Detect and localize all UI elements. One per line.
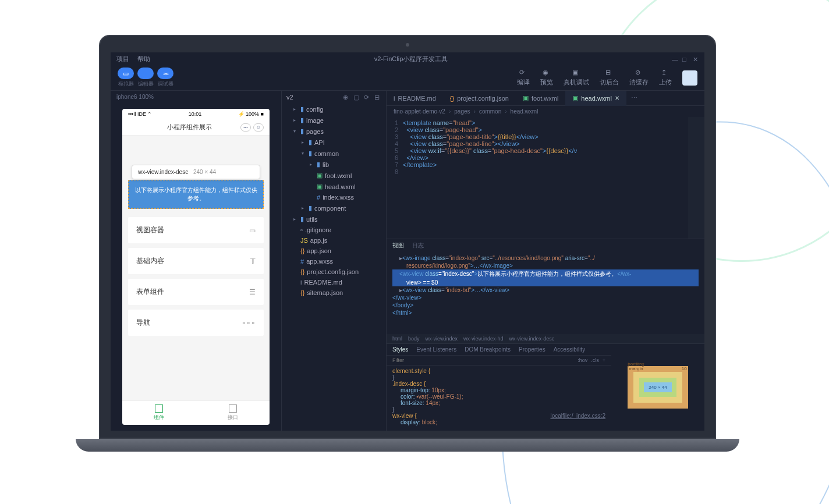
tooltip-element: wx-view.index-desc <box>138 169 188 175</box>
hov-toggle[interactable]: :hov <box>578 357 587 363</box>
tree-node[interactable]: ▾▮common <box>282 148 386 159</box>
minimap[interactable] <box>688 117 704 239</box>
dom-path-item[interactable]: wx-view.index-desc <box>509 336 555 342</box>
phone-content[interactable]: wx-view.index-desc 240 × 44 以下将展示小程序官方组件… <box>122 136 270 400</box>
tree-node[interactable]: ▫.gitignore <box>282 225 386 235</box>
tree-node[interactable]: ▸▮utils <box>282 214 386 225</box>
refresh-icon[interactable]: ⟳ <box>364 94 371 101</box>
maximize-icon[interactable]: □ <box>682 56 688 62</box>
tree-node[interactable]: ▸▮lib <box>282 159 386 170</box>
tree-node[interactable]: ▣head.wxml <box>282 181 386 192</box>
breadcrumb: fino-applet-demo-v2›pages›common›head.wx… <box>387 106 704 117</box>
preview-button[interactable]: ◉预览 <box>540 69 553 87</box>
inspect-tooltip: wx-view.index-desc 240 × 44 <box>132 165 260 179</box>
editor-tab[interactable]: ▣foot.wxml <box>516 91 565 106</box>
toolbar-tab-2[interactable]: ⫘ 调试器 <box>157 68 173 88</box>
user-avatar[interactable] <box>682 70 697 86</box>
dom-node[interactable]: view> == $0 <box>392 279 699 286</box>
styles-tab[interactable]: Styles <box>392 346 408 353</box>
dom-node[interactable]: </wx-view> <box>392 294 699 301</box>
dom-node[interactable]: ▸<wx-view class="index-bd">…</wx-view> <box>392 286 699 294</box>
dom-path-item[interactable]: html <box>392 336 402 342</box>
list-item[interactable]: 视图容器▭ <box>128 217 264 243</box>
tabbar-api[interactable]: 接口 <box>196 401 270 425</box>
inspector-log-tab[interactable]: 日志 <box>412 242 424 250</box>
tree-node[interactable]: {}sitemap.json <box>282 288 386 298</box>
more-icon[interactable]: ••• <box>240 123 251 132</box>
dom-node[interactable]: resources/kind/logo.png">…</wx-image> <box>392 262 699 269</box>
menu-project[interactable]: 项目 <box>116 55 129 63</box>
menubar: 项目 帮助 v2-FinClip小程序开发工具 — □ ✕ <box>111 52 704 65</box>
toolbar-tab-1[interactable]: 编辑器 <box>137 68 154 88</box>
styles-tab[interactable]: Properties <box>519 346 545 353</box>
dom-path-item[interactable]: wx-view.index <box>426 336 458 342</box>
minimize-icon[interactable]: — <box>672 56 678 62</box>
tab-more-icon[interactable]: ⋯ <box>626 94 642 102</box>
list-item[interactable]: 基础内容𝕋 <box>128 248 264 274</box>
styles-tab[interactable]: Accessibility <box>554 346 585 353</box>
cube-icon <box>229 404 237 413</box>
background-button[interactable]: ⊟切后台 <box>600 69 619 87</box>
dom-path-item[interactable]: wx-view.index-hd <box>463 336 504 342</box>
breadcrumb-item[interactable]: pages <box>454 108 470 115</box>
tab-close-icon[interactable]: ✕ <box>615 95 619 101</box>
tree-node[interactable]: ▸▮image <box>282 115 386 126</box>
styles-filter-input[interactable] <box>392 357 578 363</box>
devtools-bottom: StylesEvent ListenersDOM BreakpointsProp… <box>387 343 704 431</box>
bm-margin-top: 10 <box>682 366 687 371</box>
box-model: margin 10 border padding 240 × 44 <box>611 344 704 431</box>
add-rule-icon[interactable]: + <box>603 357 605 363</box>
cls-toggle[interactable]: .cls <box>591 357 599 363</box>
tree-node[interactable]: {}project.config.json <box>282 267 386 277</box>
breadcrumb-item[interactable]: common <box>479 108 501 115</box>
dom-node[interactable]: </body> <box>392 301 699 309</box>
dom-node[interactable]: ▸<wx-image class="index-logo" src="../re… <box>392 254 699 262</box>
tree-node[interactable]: {}app.json <box>282 246 386 256</box>
window-title: v2-FinClip小程序开发工具 <box>374 55 448 63</box>
bm-content-size: 240 × 44 <box>644 382 671 392</box>
dom-node[interactable]: <wx-view class="index-desc">以下将展示小程序官方组件… <box>392 269 699 279</box>
new-folder-icon[interactable]: ▢ <box>353 94 360 101</box>
dom-node[interactable]: </html> <box>392 309 699 317</box>
tabbar-api-label: 接口 <box>228 414 238 421</box>
tree-node[interactable]: #app.wxss <box>282 256 386 267</box>
list-item[interactable]: 表单组件☰ <box>128 279 264 305</box>
upload-label: 上传 <box>659 78 672 87</box>
dom-inspector: 视图 日志 ▸<wx-image class="index-logo" src=… <box>387 239 704 343</box>
tree-node[interactable]: #index.wxss <box>282 192 386 203</box>
remote-debug-button[interactable]: ▣真机调试 <box>564 69 589 87</box>
toolbar-tab-0[interactable]: ▭ 模拟器 <box>118 68 134 88</box>
close-app-icon[interactable]: ⊙ <box>253 123 264 132</box>
collapse-icon[interactable]: ⊟ <box>374 94 381 101</box>
breadcrumb-item[interactable]: head.wxml <box>511 108 539 115</box>
tabbar-component[interactable]: 组件 <box>122 401 196 425</box>
new-file-icon[interactable]: ⊕ <box>343 94 350 101</box>
styles-tab[interactable]: DOM Breakpoints <box>465 346 511 353</box>
dom-tree[interactable]: ▸<wx-image class="index-logo" src="../re… <box>387 252 704 334</box>
tree-node[interactable]: ▸▮component <box>282 203 386 214</box>
clear-cache-button[interactable]: ⊘清缓存 <box>629 69 649 87</box>
styles-tab[interactable]: Event Listeners <box>416 346 456 353</box>
upload-button[interactable]: ↥上传 <box>659 69 672 87</box>
highlighted-view[interactable]: 以下将展示小程序官方组件能力，组件样式仅供参考。 <box>128 180 264 209</box>
breadcrumb-item[interactable]: fino-applet-demo-v2 <box>394 108 445 115</box>
tree-node[interactable]: iREADME.md <box>282 277 386 288</box>
inspector-view-tab[interactable]: 视图 <box>392 242 404 250</box>
grid-icon <box>155 404 163 413</box>
menu-help[interactable]: 帮助 <box>137 55 150 63</box>
code-editor[interactable]: 12345678 <template name="head"> <view cl… <box>387 117 704 239</box>
preview-label: 预览 <box>540 78 553 87</box>
tree-node[interactable]: JSapp.js <box>282 235 386 246</box>
tree-node[interactable]: ▣foot.wxml <box>282 170 386 181</box>
tree-node[interactable]: ▾▮pages <box>282 126 386 137</box>
tree-node[interactable]: ▸▮API <box>282 137 386 148</box>
editor-tab[interactable]: ▣head.wxml✕ <box>565 91 626 106</box>
close-icon[interactable]: ✕ <box>693 56 699 62</box>
editor-tab[interactable]: {}project.config.json <box>443 91 516 106</box>
styles-rules[interactable]: element.style {}.index-desc {</span></di… <box>387 365 611 431</box>
tree-node[interactable]: ▸▮config <box>282 104 386 115</box>
compile-button[interactable]: ⟳编译 <box>517 69 530 87</box>
dom-path-item[interactable]: body <box>408 336 420 342</box>
list-item[interactable]: 导航∘∘∘ <box>128 310 264 336</box>
editor-tab[interactable]: iREADME.md <box>387 91 443 106</box>
